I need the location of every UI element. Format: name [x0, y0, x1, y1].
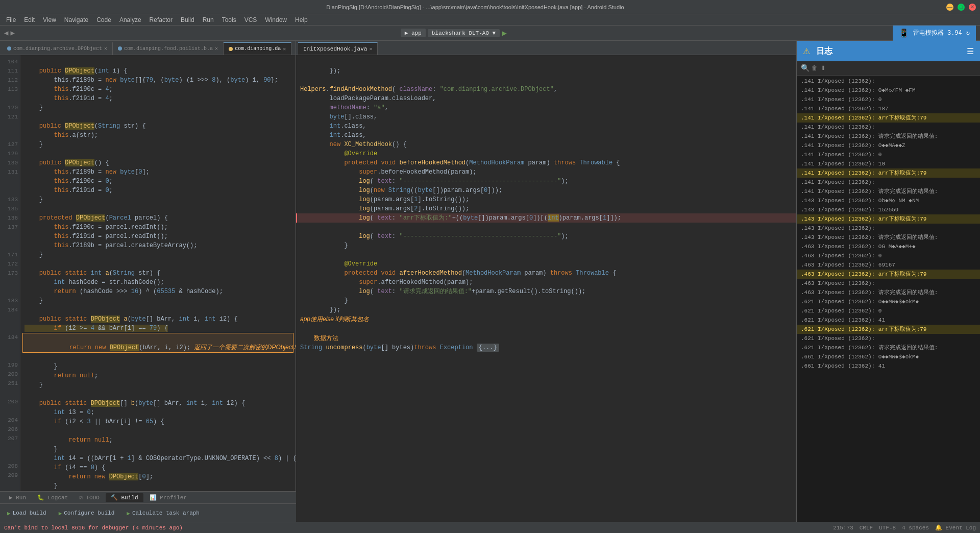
tab-build[interactable]: 🔨 Build	[106, 493, 143, 502]
emulator-section: 📱 雷电模拟器 3.94 ↻	[893, 26, 976, 41]
menu-help[interactable]: Help	[291, 15, 312, 25]
right-code-panel: InitXposedHook.java ✕ }); Helpers.findAn…	[296, 41, 796, 533]
log-line-highlight: .463 I/Xposed (12362): arr下标取值为:79	[797, 270, 980, 279]
log-line: .661 I/Xposed (12362): O◆◆MW◆$◆okM◆	[797, 352, 980, 361]
menu-analyze[interactable]: Analyze	[115, 15, 145, 25]
right-file-tabs: InitXposedHook.java ✕	[296, 41, 796, 55]
pause-icon[interactable]: ⏸	[820, 64, 826, 72]
log-line: .463 I/Xposed (12362): OG M◆A◆◆M+◆	[797, 242, 980, 251]
load-build-btn[interactable]: ▶ Load build	[4, 509, 50, 518]
log-line: .143 I/Xposed (12362): 152559	[797, 205, 980, 214]
line-numbers: 104 111 112 113 120 121 127 129 130 131 …	[0, 55, 20, 533]
close-initxposed-tab[interactable]: ✕	[369, 46, 372, 52]
log-line: .141 I/Xposed (12362): 请求完成返回的结果值:	[797, 187, 980, 196]
encoding-indicator[interactable]: UTF-8	[879, 525, 896, 531]
device-selector[interactable]: blackshark DLT-A0 ▼	[428, 29, 500, 37]
log-line: .621 I/Xposed (12362):	[797, 334, 980, 343]
tab-dpobject-archive[interactable]: com.dianping.archive.DPObject ✕	[2, 42, 113, 55]
log-line: .463 I/Xposed (12362): 请求完成返回的结果值:	[797, 288, 980, 297]
log-line: .141 I/Xposed (12362): O◆M◇/FM ◆FM	[797, 86, 980, 95]
close-button[interactable]: ✕	[969, 4, 976, 11]
left-editor-panel: com.dianping.archive.DPObject ✕ com.dian…	[0, 41, 296, 533]
nav-back[interactable]: ◀	[4, 29, 8, 37]
event-log-btn[interactable]: 🔔 Event Log	[935, 524, 976, 531]
log-line: .141 I/Xposed (12362): O◆◆MA◆◆Z	[797, 141, 980, 150]
bottom-build-content: ▶ Load build ▶ Configure build ▶ Calcula…	[0, 504, 296, 522]
tab-todo[interactable]: ☑ TODO	[74, 493, 105, 502]
log-panel: ⚠ 日志 ☰ 🔍 🗑 ⏸ .141 I/Xposed (12362): .141…	[796, 41, 980, 533]
maximize-button[interactable]: □	[958, 4, 965, 11]
log-content[interactable]: .141 I/Xposed (12362): .141 I/Xposed (12…	[797, 76, 980, 522]
toolbar: ◀ ▶ ▶ app blackshark DLT-A0 ▼ ▶ 📱 雷电模拟器 …	[0, 26, 980, 41]
log-title: 日志	[816, 46, 832, 57]
close-tab-1[interactable]: ✕	[104, 45, 107, 52]
menu-build[interactable]: Build	[177, 15, 199, 25]
log-line: .141 I/Xposed (12362): 0	[797, 150, 980, 159]
title-text: DianPingSig [D:\Android\DianPingSig] - .…	[4, 4, 946, 10]
run-button[interactable]: ▶	[502, 28, 507, 38]
menu-icon[interactable]: ☰	[967, 46, 974, 56]
minimize-button[interactable]: —	[946, 4, 953, 11]
emulator-title: 雷电模拟器 3.94	[913, 29, 962, 37]
clear-icon[interactable]: 🗑	[812, 64, 818, 72]
bottom-build-panel: ▶ Run 🐛 Logcat ☑ TODO 🔨 Build 📊 Profiler…	[0, 491, 296, 522]
indent-indicator[interactable]: 4 spaces	[902, 525, 929, 531]
log-line: .141 I/Xposed (12362):	[797, 178, 980, 187]
menu-window[interactable]: Window	[261, 15, 291, 25]
log-panel-header: ⚠ 日志 ☰	[797, 41, 980, 61]
global-status-bar: Can't bind to local 8616 for debugger (4…	[0, 522, 980, 533]
log-line: .621 I/Xposed (12362): 41	[797, 316, 980, 325]
calc-task-btn[interactable]: ▶ Calculate task araph	[124, 509, 203, 518]
log-line: .621 I/Xposed (12362): 0	[797, 306, 980, 316]
log-line: .661 I/Xposed (12362): 41	[797, 361, 980, 371]
tab-logcat[interactable]: 🐛 Logcat	[32, 493, 73, 502]
filter-icon[interactable]: 🔍	[801, 64, 810, 72]
right-code-content[interactable]: }); Helpers.findAndHookMethod( className…	[296, 55, 796, 522]
log-line: .141 I/Xposed (12362):	[797, 77, 980, 86]
log-line: .621 I/Xposed (12362): O◆◆MW◆$◆okM◆	[797, 297, 980, 306]
menu-run[interactable]: Run	[199, 15, 218, 25]
menu-view[interactable]: View	[39, 15, 60, 25]
log-line-highlight: .621 I/Xposed (12362): arr下标取值为:79	[797, 325, 980, 334]
app-config[interactable]: ▶ app	[401, 29, 426, 37]
bottom-tabs: ▶ Run 🐛 Logcat ☑ TODO 🔨 Build 📊 Profiler	[0, 492, 296, 504]
log-line: .463 I/Xposed (12362):	[797, 279, 980, 288]
error-message: Can't bind to local 8616 for debugger (4…	[4, 525, 183, 531]
main-content: com.dianping.archive.DPObject ✕ com.dian…	[0, 41, 980, 533]
left-file-tabs: com.dianping.archive.DPObject ✕ com.dian…	[0, 41, 296, 55]
menu-tools[interactable]: Tools	[218, 15, 240, 25]
tab-dpobject-da[interactable]: com.dianping.da ✕	[224, 42, 291, 55]
left-code-editor[interactable]: 104 111 112 113 120 121 127 129 130 131 …	[0, 55, 296, 533]
log-line: .143 I/Xposed (12362): 请求完成返回的结果值:	[797, 233, 980, 242]
menu-file[interactable]: File	[2, 15, 20, 25]
log-line: .141 I/Xposed (12362): 请求完成返回的结果值:	[797, 132, 980, 141]
menu-code[interactable]: Code	[92, 15, 115, 25]
log-line-highlight: .141 I/Xposed (12362): arr下标取值为:79	[797, 168, 980, 178]
log-toolbar: 🔍 🗑 ⏸	[797, 61, 980, 76]
menu-edit[interactable]: Edit	[20, 15, 39, 25]
log-line: .141 I/Xposed (12362): 187	[797, 104, 980, 113]
menu-refactor[interactable]: Refactor	[145, 15, 177, 25]
nav-forward[interactable]: ▶	[10, 29, 14, 37]
tab-run[interactable]: ▶ Run	[4, 493, 31, 502]
log-line: .141 I/Xposed (12362): 10	[797, 159, 980, 168]
menu-navigate[interactable]: Navigate	[60, 15, 92, 25]
log-line: .463 I/Xposed (12362): 0	[797, 251, 980, 260]
log-line: .621 I/Xposed (12362): 请求完成返回的结果值:	[797, 343, 980, 352]
tab-dpobject-food[interactable]: com.dianping.food.poilist.b.a ✕	[113, 42, 224, 55]
close-tab-3[interactable]: ✕	[283, 46, 286, 52]
title-bar: DianPingSig [D:\Android\DianPingSig] - .…	[0, 0, 980, 14]
log-line: .143 I/Xposed (12362): Ob◆M◇ NM ◆NM	[797, 196, 980, 205]
log-line: .141 I/Xposed (12362):	[797, 123, 980, 132]
tab-initxposed[interactable]: InitXposedHook.java ✕	[298, 42, 378, 55]
configure-build-btn[interactable]: ▶ Configure build	[56, 509, 118, 518]
log-line-highlight: .141 I/Xposed (12362): arr下标取值为:79	[797, 113, 980, 123]
close-tab-2[interactable]: ✕	[215, 45, 218, 52]
code-content[interactable]: public DPObject(int i) { this.f2189b = n…	[20, 55, 296, 533]
tab-profiler[interactable]: 📊 Profiler	[144, 493, 192, 502]
emulator-icon: 📱	[899, 28, 909, 38]
menu-vcs[interactable]: VCS	[240, 15, 261, 25]
log-line: .463 I/Xposed (12362): 69167	[797, 260, 980, 270]
crlf-indicator[interactable]: CRLF	[860, 525, 873, 531]
refresh-icon[interactable]: ↻	[966, 29, 970, 37]
